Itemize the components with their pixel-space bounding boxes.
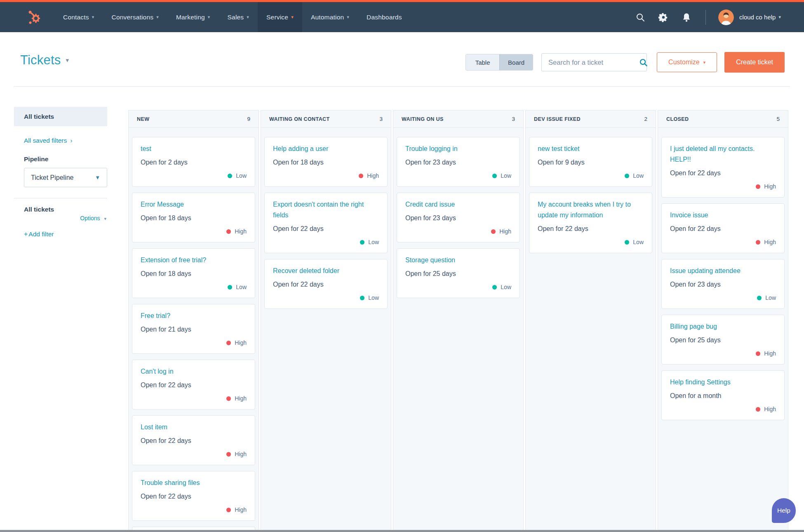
ticket-card[interactable]: Error MessageOpen for 18 daysHigh: [132, 193, 255, 242]
customize-label: Customize: [668, 59, 700, 66]
horizontal-scrollbar[interactable]: [0, 530, 804, 532]
column-name: NEW: [137, 116, 149, 122]
sidebar-item-all-tickets[interactable]: All tickets: [14, 107, 107, 126]
nav-item-marketing[interactable]: Marketing▾: [167, 2, 219, 32]
ticket-title-link[interactable]: Credit card issue: [405, 199, 511, 210]
customize-button[interactable]: Customize ▾: [657, 52, 717, 72]
ticket-title-link[interactable]: Trouble sharing files: [141, 478, 247, 488]
page-title[interactable]: Tickets: [20, 53, 61, 68]
ticket-card[interactable]: testOpen for 2 daysLow: [132, 137, 255, 187]
ticket-title-link[interactable]: Issue updating attendee: [670, 266, 776, 276]
column-header: NEW9: [129, 111, 259, 128]
nav-item-automation[interactable]: Automation▾: [302, 2, 358, 32]
ticket-card[interactable]: Invoice issueOpen for 22 daysHigh: [661, 203, 785, 253]
ticket-card[interactable]: Issue updating attendeeOpen for 23 daysL…: [661, 259, 785, 309]
hubspot-logo-icon[interactable]: [25, 8, 43, 26]
nav-item-sales[interactable]: Sales▾: [219, 2, 258, 32]
column-cards: Help adding a userOpen for 18 daysHighEx…: [261, 128, 391, 309]
priority-label: Low: [633, 172, 644, 179]
ticket-card[interactable]: new test ticketOpen for 9 daysLow: [529, 137, 652, 187]
ticket-priority: High: [141, 228, 247, 235]
help-button[interactable]: Help: [772, 498, 796, 523]
ticket-title-link[interactable]: test: [141, 144, 247, 154]
chevron-down-icon: ▾: [347, 14, 349, 20]
nav-item-label: Conversations: [112, 14, 154, 21]
chevron-down-icon[interactable]: ▾: [66, 56, 69, 64]
priority-dot-icon: [228, 174, 232, 178]
ticket-title-link[interactable]: Lost item: [141, 422, 247, 433]
nav-item-conversations[interactable]: Conversations▾: [103, 2, 167, 32]
nav-item-label: Dashboards: [367, 14, 402, 21]
user-avatar[interactable]: [718, 9, 734, 25]
ticket-card[interactable]: I just deleted all my contacts. HELP!!Op…: [661, 137, 785, 198]
chevron-down-icon: ▾: [156, 14, 159, 20]
ticket-priority: High: [670, 350, 776, 357]
priority-dot-icon: [492, 285, 497, 290]
ticket-title-link[interactable]: Help finding Settings: [670, 377, 776, 388]
settings-gear-icon[interactable]: [658, 12, 668, 22]
board-view-button[interactable]: Board: [499, 54, 533, 70]
search-icon[interactable]: [635, 12, 645, 22]
ticket-title-link[interactable]: Recover deleted folder: [273, 266, 379, 276]
nav-item-contacts[interactable]: Contacts▾: [54, 2, 103, 32]
create-ticket-button[interactable]: Create ticket: [724, 52, 785, 73]
ticket-title-link[interactable]: Trouble logging in: [405, 144, 511, 154]
ticket-card[interactable]: Trouble logging inOpen for 23 daysLow: [397, 137, 520, 187]
all-saved-filters-link[interactable]: All saved filters ›: [24, 137, 107, 144]
ticket-title-link[interactable]: new test ticket: [538, 144, 644, 154]
ticket-card[interactable]: Help finding SettingsOpen for a monthHig…: [661, 370, 785, 420]
pipeline-dropdown[interactable]: Ticket Pipeline ▼: [24, 168, 107, 187]
column-count: 9: [247, 116, 250, 122]
priority-dot-icon: [226, 229, 231, 234]
search-icon[interactable]: [639, 58, 648, 67]
ticket-title-link[interactable]: Help adding a user: [273, 144, 379, 154]
chevron-down-icon: ▾: [104, 216, 106, 221]
add-filter-button[interactable]: +Add filter: [24, 231, 107, 238]
ticket-card[interactable]: Lost itemOpen for 22 daysHigh: [132, 415, 255, 465]
ticket-card[interactable]: Free trial?Open for 21 daysHigh: [132, 304, 255, 354]
ticket-title-link[interactable]: My account breaks when I try to update m…: [538, 199, 644, 221]
board-column-new: NEW9testOpen for 2 daysLowError MessageO…: [128, 110, 259, 532]
ticket-card[interactable]: Extension of free trial?Open for 18 days…: [132, 248, 255, 298]
ticket-priority: High: [141, 395, 247, 402]
ticket-card[interactable]: Credit card issueOpen for 23 daysHigh: [397, 193, 520, 242]
ticket-title-link[interactable]: Billing page bug: [670, 321, 776, 332]
nav-item-dashboards[interactable]: Dashboards: [358, 2, 411, 32]
ticket-title-link[interactable]: Invoice issue: [670, 210, 776, 221]
ticket-card[interactable]: Trouble sharing filesOpen for 22 daysHig…: [132, 471, 255, 521]
ticket-search-input[interactable]: [548, 59, 639, 66]
column-count: 3: [512, 116, 515, 122]
priority-dot-icon: [625, 174, 629, 178]
ticket-card[interactable]: Billing page bugOpen for 25 daysHigh: [661, 315, 785, 365]
ticket-card[interactable]: Storage questionOpen for 25 daysLow: [397, 248, 520, 298]
ticket-title-link[interactable]: Free trial?: [141, 311, 247, 321]
notifications-bell-icon[interactable]: [682, 12, 691, 22]
ticket-card[interactable]: Recover deleted folderOpen for 22 daysLo…: [264, 259, 388, 309]
account-menu[interactable]: cloud co help: [739, 14, 776, 21]
table-view-button[interactable]: Table: [466, 54, 499, 70]
ticket-title-link[interactable]: Export doesn't contain the right fields: [273, 199, 379, 221]
chevron-down-icon: ▾: [208, 14, 210, 20]
ticket-title-link[interactable]: Error Message: [141, 199, 247, 210]
ticket-card[interactable]: My account breaks when I try to update m…: [529, 193, 652, 253]
ticket-open-duration: Open for 2 days: [141, 158, 247, 167]
ticket-card[interactable]: Can't log inOpen for 22 daysHigh: [132, 360, 255, 410]
priority-dot-icon: [756, 240, 760, 245]
nav-right-cluster: cloud co help ▾: [622, 9, 804, 25]
ticket-card[interactable]: Export doesn't contain the right fieldsO…: [264, 193, 388, 253]
column-header: WAITING ON CONTACT3: [261, 111, 391, 128]
ticket-card[interactable]: Help adding a userOpen for 18 daysHigh: [264, 137, 388, 187]
ticket-title-link[interactable]: Extension of free trial?: [141, 255, 247, 266]
options-dropdown[interactable]: Options ▾: [14, 215, 106, 221]
ticket-priority: High: [670, 239, 776, 245]
board-column-closed: CLOSED5I just deleted all my contacts. H…: [658, 110, 788, 532]
chevron-down-icon: ▾: [703, 60, 706, 65]
options-label: Options: [80, 215, 100, 221]
ticket-open-duration: Open for 25 days: [405, 269, 511, 279]
ticket-title-link[interactable]: I just deleted all my contacts. HELP!!: [670, 144, 776, 165]
priority-label: High: [764, 350, 776, 357]
ticket-title-link[interactable]: Storage question: [405, 255, 511, 266]
filters-sidebar: All tickets All saved filters › Pipeline…: [14, 107, 107, 238]
nav-item-service[interactable]: Service▾: [258, 2, 302, 32]
ticket-title-link[interactable]: Can't log in: [141, 366, 247, 377]
